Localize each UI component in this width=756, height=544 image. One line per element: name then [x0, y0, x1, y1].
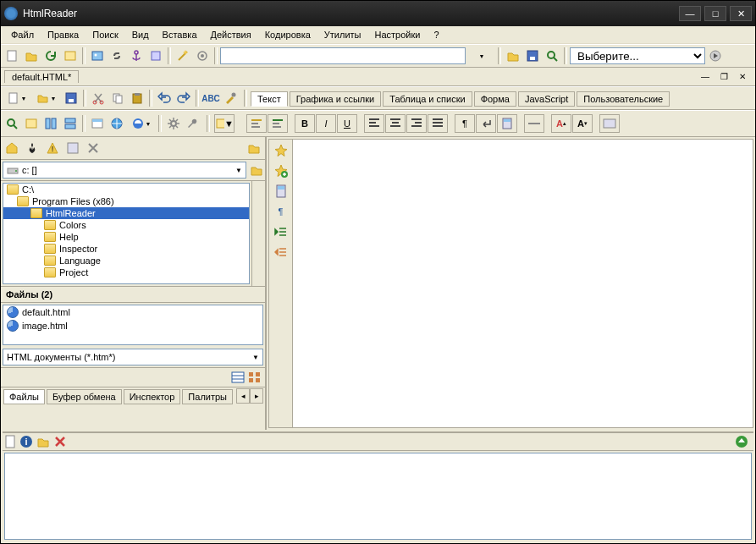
- star-add-icon[interactable]: [273, 163, 289, 179]
- layout1-button[interactable]: [41, 114, 60, 133]
- tab-javascript[interactable]: JavaScript: [518, 91, 575, 107]
- bold-button[interactable]: B: [295, 114, 315, 133]
- delete-icon[interactable]: [84, 139, 102, 157]
- tree-item[interactable]: Language: [3, 255, 249, 267]
- pilcrow-gutter-icon[interactable]: ¶: [273, 204, 289, 219]
- world-search-button[interactable]: [543, 47, 561, 65]
- hr-button[interactable]: [524, 114, 544, 133]
- output-collapse-icon[interactable]: [735, 435, 748, 448]
- paste-button[interactable]: [128, 89, 146, 107]
- anchor-button[interactable]: [127, 47, 146, 65]
- grid-view-icon[interactable]: [248, 371, 262, 383]
- minimize-button[interactable]: —: [679, 6, 701, 21]
- font-size-button[interactable]: A▾: [572, 114, 593, 133]
- warning-icon[interactable]: !: [43, 139, 62, 157]
- new-drop-button[interactable]: ▼: [3, 89, 31, 107]
- file-item[interactable]: default.html: [3, 305, 262, 319]
- list-view-icon[interactable]: [231, 371, 245, 383]
- menu-file[interactable]: Файл: [4, 28, 41, 41]
- select-combo[interactable]: Выберите...: [570, 47, 705, 64]
- menu-actions[interactable]: Действия: [204, 28, 258, 41]
- new-doc-button[interactable]: [3, 47, 21, 65]
- doc-tab[interactable]: default.HTML*: [4, 70, 79, 83]
- editor-textarea[interactable]: [293, 140, 753, 427]
- bookmark-button[interactable]: [61, 47, 80, 65]
- para2-button[interactable]: [268, 114, 288, 133]
- tree-item[interactable]: C:\: [3, 184, 249, 195]
- menu-view[interactable]: Вид: [125, 28, 156, 41]
- output-textarea[interactable]: [4, 453, 752, 540]
- font-color-button[interactable]: A▴: [551, 114, 571, 133]
- script-button[interactable]: [146, 47, 165, 65]
- lp-tab-clipboard[interactable]: Буфер обмена: [47, 389, 122, 404]
- tree-scrollbar[interactable]: [251, 181, 265, 286]
- fire-icon[interactable]: [23, 139, 41, 157]
- go-button[interactable]: [706, 47, 725, 65]
- tab-graphics-links[interactable]: Графика и ссылки: [290, 91, 381, 107]
- file-list[interactable]: default.html image.html: [3, 305, 263, 345]
- menu-help[interactable]: ?: [427, 28, 445, 41]
- tab-custom[interactable]: Пользовательские: [577, 91, 670, 107]
- lp-tab-files[interactable]: Файлы: [3, 389, 45, 404]
- tree-item[interactable]: Colors: [3, 219, 249, 231]
- pilcrow-button[interactable]: ¶: [455, 114, 475, 133]
- tree-item[interactable]: Program Files (x86): [3, 195, 249, 207]
- calc-gutter-icon[interactable]: [273, 184, 289, 199]
- align-right-button[interactable]: [406, 114, 427, 133]
- image-button[interactable]: [88, 47, 107, 65]
- inner-close[interactable]: ✕: [733, 68, 752, 86]
- layout2-button[interactable]: [61, 114, 80, 133]
- gear-button[interactable]: [164, 114, 183, 133]
- cut-button[interactable]: [89, 89, 108, 107]
- zoom-button[interactable]: [3, 114, 21, 133]
- output-clear-icon[interactable]: [53, 435, 67, 448]
- drive-selector[interactable]: c: [] ▼: [3, 162, 246, 179]
- undo-button[interactable]: [155, 89, 174, 107]
- menu-utilities[interactable]: Утилиты: [317, 28, 368, 41]
- para1-button[interactable]: [246, 114, 267, 133]
- redo-button[interactable]: [174, 89, 193, 107]
- copy-button[interactable]: [108, 89, 127, 107]
- browser1-button[interactable]: [88, 114, 107, 133]
- align-center-button[interactable]: [385, 114, 406, 133]
- menu-search[interactable]: Поиск: [86, 28, 124, 41]
- menu-edit[interactable]: Правка: [41, 28, 86, 41]
- spellcheck-button[interactable]: ABC: [201, 89, 220, 107]
- lp-tab-palettes[interactable]: Палитры: [182, 389, 233, 404]
- wrench-button[interactable]: [184, 114, 202, 133]
- address-input[interactable]: [220, 47, 466, 64]
- output-doc-icon[interactable]: [4, 435, 16, 448]
- tab-text[interactable]: Текст: [251, 91, 288, 107]
- inner-restore[interactable]: ❐: [715, 68, 733, 86]
- output-info-icon[interactable]: i: [19, 435, 33, 448]
- maximize-button[interactable]: □: [704, 6, 726, 21]
- wand-button[interactable]: [174, 47, 192, 65]
- save-button[interactable]: [62, 89, 80, 107]
- refresh-button[interactable]: [41, 47, 60, 65]
- inner-minimize[interactable]: —: [696, 68, 715, 86]
- open-drop-button[interactable]: ▼: [32, 89, 61, 107]
- tools-button[interactable]: [221, 89, 240, 107]
- tab-form[interactable]: Форма: [474, 91, 516, 107]
- align-justify-button[interactable]: [428, 114, 448, 133]
- tree-item[interactable]: Inspector: [3, 243, 249, 255]
- indent-out-icon[interactable]: [273, 224, 289, 239]
- tool-button[interactable]: [193, 47, 212, 65]
- go-open-button[interactable]: [504, 47, 522, 65]
- home-icon[interactable]: [3, 139, 21, 157]
- go-save-button[interactable]: [523, 47, 542, 65]
- indent-in-icon[interactable]: [273, 245, 289, 260]
- format-style-drop[interactable]: ▼: [214, 114, 235, 133]
- output-open-icon[interactable]: [36, 435, 50, 448]
- linebreak-button[interactable]: [476, 114, 496, 133]
- address-dropdown[interactable]: ▼: [466, 47, 495, 65]
- preview-button[interactable]: [22, 114, 41, 133]
- file-filter[interactable]: HTML документы (*.htm*)▼: [3, 349, 263, 365]
- menu-settings[interactable]: Настройки: [368, 28, 428, 41]
- underline-button[interactable]: U: [337, 114, 357, 133]
- folder-button[interactable]: [250, 163, 263, 177]
- lp-tab-inspector[interactable]: Инспектор: [124, 389, 181, 404]
- menu-insert[interactable]: Вставка: [156, 28, 204, 41]
- menu-encoding[interactable]: Кодировка: [258, 28, 317, 41]
- image-insert-button[interactable]: [599, 114, 620, 133]
